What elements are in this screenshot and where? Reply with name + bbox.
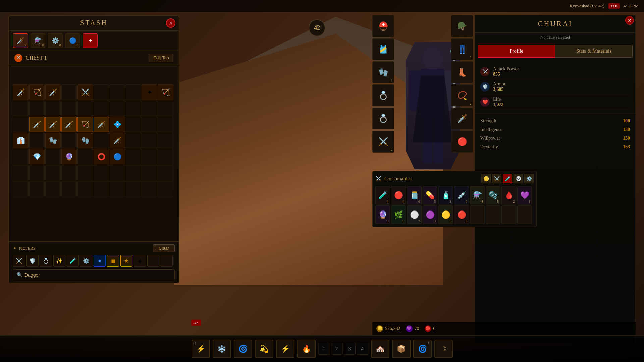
- inv-cell[interactable]: 🗡️: [45, 84, 61, 100]
- inv-cell[interactable]: 🗡️: [29, 117, 45, 132]
- equip-slot-offhand[interactable]: 🗡️: [451, 108, 473, 129]
- inv-cell[interactable]: [29, 165, 45, 180]
- equip-slot-head[interactable]: ⛑️: [372, 15, 394, 37]
- inv-cell[interactable]: [94, 165, 109, 180]
- action-slot-ultimate[interactable]: ☽: [434, 340, 453, 358]
- inv-cell[interactable]: [126, 165, 141, 180]
- inv-cell[interactable]: 🗡️: [61, 117, 77, 132]
- inv-cell[interactable]: [77, 165, 93, 180]
- inv-cell[interactable]: [126, 101, 141, 116]
- action-slot-special-1[interactable]: ❄️: [213, 340, 231, 358]
- inv-cell[interactable]: 🏹: [158, 84, 173, 100]
- stash-tab-4[interactable]: 🔵0: [65, 33, 80, 48]
- inv-cell[interactable]: [94, 133, 109, 148]
- action-slot-special-3[interactable]: 💫: [255, 340, 273, 358]
- inv-cell[interactable]: [158, 117, 173, 132]
- inv-cell[interactable]: [110, 84, 125, 100]
- inv-cell[interactable]: [158, 133, 173, 148]
- inv-cell[interactable]: [45, 165, 61, 180]
- inv-cell[interactable]: ⭕: [94, 149, 109, 164]
- inv-cell[interactable]: [61, 133, 77, 148]
- inv-cell[interactable]: [77, 181, 93, 196]
- cons-filter-2[interactable]: ⚔️: [492, 174, 501, 183]
- cons-item-empty-1[interactable]: [470, 205, 485, 224]
- inv-cell[interactable]: [61, 101, 77, 116]
- equip-slot-gloves[interactable]: 🧤3: [372, 61, 394, 83]
- equip-slot-legs[interactable]: 👖3: [451, 38, 473, 60]
- hotkey-4[interactable]: 4: [357, 343, 368, 355]
- inv-cell[interactable]: 🧤: [77, 133, 93, 148]
- edit-tab-button[interactable]: Edit Tab: [149, 54, 173, 62]
- inv-cell[interactable]: 🔵: [110, 149, 125, 164]
- stash-tab-2[interactable]: ⚗️0: [31, 33, 45, 48]
- inv-cell[interactable]: 🗡️: [45, 117, 61, 132]
- inv-cell[interactable]: 🔮: [61, 149, 77, 164]
- inv-cell[interactable]: [110, 101, 125, 116]
- inv-cell[interactable]: [158, 149, 173, 164]
- inv-cell[interactable]: [126, 181, 141, 196]
- tab-label[interactable]: TAB: [608, 3, 620, 9]
- inv-cell[interactable]: [77, 101, 93, 116]
- cons-item-8[interactable]: 🫧5: [486, 186, 500, 204]
- cons-item-16[interactable]: 🔴5: [454, 205, 469, 224]
- inv-cell[interactable]: [94, 101, 109, 116]
- equip-slot-weapon2[interactable]: 🔴: [451, 131, 473, 153]
- equip-slot-weapon1[interactable]: ⚔️2: [372, 131, 394, 153]
- action-slot-town[interactable]: 🏘️: [371, 340, 389, 358]
- hotkey-3[interactable]: 3: [344, 343, 356, 355]
- add-tab-button[interactable]: +: [83, 33, 98, 48]
- inv-cell[interactable]: [158, 165, 173, 180]
- filter-empty-1-icon[interactable]: [147, 255, 159, 267]
- cons-item-4[interactable]: 💊5: [423, 186, 437, 204]
- filter-star-icon[interactable]: ★: [120, 255, 132, 267]
- inv-cell[interactable]: [61, 84, 77, 100]
- inv-cell[interactable]: 💠: [110, 117, 125, 132]
- inv-cell[interactable]: 🏹: [77, 117, 93, 132]
- filter-armor-icon[interactable]: 🛡️: [26, 255, 39, 267]
- profile-button[interactable]: Profile: [478, 45, 555, 58]
- inv-cell[interactable]: [110, 181, 125, 196]
- inv-cell[interactable]: [142, 101, 157, 116]
- cons-item-empty-4[interactable]: [517, 205, 532, 224]
- equip-slot-ring1[interactable]: 💍: [372, 84, 394, 106]
- cons-item-1[interactable]: 🧪4: [375, 186, 390, 204]
- action-slot-special-5[interactable]: 🔥: [297, 340, 316, 358]
- equip-slot-ring2[interactable]: 💍: [372, 108, 394, 129]
- inv-cell[interactable]: [29, 133, 45, 148]
- cons-item-10[interactable]: 💜3: [517, 186, 532, 204]
- cons-filter-3[interactable]: 🧪: [503, 174, 512, 183]
- cons-item-15[interactable]: 🟡5: [438, 205, 453, 224]
- filter-gear-icon[interactable]: ⚙️: [80, 255, 92, 267]
- inv-cell[interactable]: 🧤: [45, 133, 61, 148]
- cons-item-12[interactable]: 🌿5: [391, 205, 406, 224]
- equip-slot-shoulders[interactable]: 🪖: [451, 15, 473, 37]
- inv-cell[interactable]: [29, 101, 45, 116]
- inv-cell[interactable]: [126, 84, 141, 100]
- inv-cell[interactable]: [94, 181, 109, 196]
- inv-cell[interactable]: 🗡️: [94, 117, 109, 132]
- stash-tab-1[interactable]: 🗡️5: [13, 33, 28, 48]
- filter-blue-gem-icon[interactable]: ●: [94, 255, 106, 267]
- clear-filters-button[interactable]: Clear: [153, 244, 175, 252]
- action-slot-q[interactable]: Q ⚡: [192, 340, 210, 358]
- cons-item-11[interactable]: 🔮3: [375, 205, 390, 224]
- filter-diamond-icon[interactable]: ◈: [134, 255, 146, 267]
- hotkey-2[interactable]: 2: [331, 343, 343, 355]
- inv-cell[interactable]: [142, 133, 157, 148]
- inv-cell[interactable]: 🗡️: [13, 84, 29, 100]
- inv-cell[interactable]: [142, 165, 157, 180]
- hotkey-1[interactable]: 1: [318, 343, 330, 355]
- equip-slot-boots[interactable]: 👢: [451, 61, 473, 83]
- inv-cell[interactable]: [13, 101, 29, 116]
- cons-filter-1[interactable]: 🪙: [481, 174, 491, 183]
- inv-cell[interactable]: [77, 149, 93, 164]
- cons-item-2[interactable]: 🔴4: [391, 186, 406, 204]
- search-input[interactable]: [24, 272, 171, 278]
- filter-magic-icon[interactable]: ✨: [53, 255, 65, 267]
- inv-cell[interactable]: ✦: [142, 84, 157, 100]
- cons-item-13[interactable]: ⚪7: [407, 205, 422, 224]
- filter-weapon-icon[interactable]: ⚔️: [13, 255, 25, 267]
- inv-cell[interactable]: [110, 165, 125, 180]
- inv-cell[interactable]: [158, 181, 173, 196]
- inv-cell[interactable]: 🗡️: [110, 133, 125, 148]
